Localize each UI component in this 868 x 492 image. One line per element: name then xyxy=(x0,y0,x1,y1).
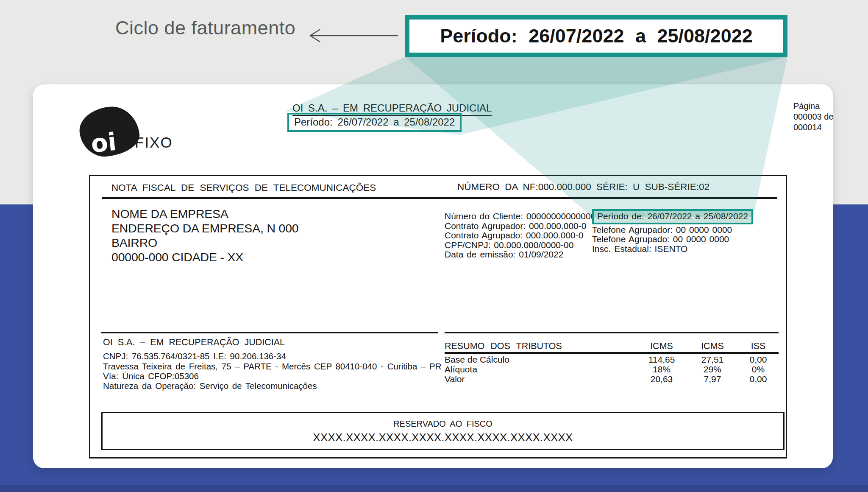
tax-row-label: Valor xyxy=(445,374,636,384)
details-left-column: Número do Cliente: 000000000000000 Contr… xyxy=(445,212,601,260)
details-right-column: Período de: 26/07/2022 a 25/08/2022 Tele… xyxy=(592,209,753,254)
tax-col-icms-1: ICMS xyxy=(636,341,687,352)
tax-header-divider xyxy=(445,352,779,354)
oi-logo-icon: oi xyxy=(77,104,141,159)
telefone-agrupador-line: Telefone Agrupador: 00 0000 0000 xyxy=(592,225,753,235)
tax-cell: 0,00 xyxy=(738,355,779,364)
telefone-agrupado-line: Telefone Agrupado: 00 0000 0000 xyxy=(592,235,753,244)
contract-agrupador-line: Contrato Agrupador: 000.000.000-0 xyxy=(445,221,601,231)
tax-col-icms-2: ICMS xyxy=(687,341,738,352)
page-label: Página xyxy=(793,101,834,112)
tax-cell: 114,65 xyxy=(636,355,687,364)
nf-title: NOTA FISCAL DE SERVIÇOS DE TELECOMUNICAÇ… xyxy=(111,182,376,193)
invoice-border-box: NOTA FISCAL DE SERVIÇOS DE TELECOMUNICAÇ… xyxy=(89,175,787,458)
emission-date-line: Data de emissão: 01/09/2022 xyxy=(445,250,601,260)
page-current: 000003 de xyxy=(793,112,834,122)
contract-agrupado-line: Contrato Agrupado: 000.000.000-0 xyxy=(445,231,601,240)
invoice-card: oi FIXO OI S.A. – EM RECUPERAÇÃO JUDICIA… xyxy=(33,84,833,468)
period-highlight-box: Período: 26/07/2022 a 25/08/2022 xyxy=(405,15,787,57)
tax-row-valor: Valor 20,63 7,97 0,00 xyxy=(445,374,779,384)
page-indicator: Página 000003 de 000014 xyxy=(793,101,834,133)
page-background: { "colors": { "accent_teal": "#15948b", … xyxy=(0,0,868,492)
client-number-line: Número do Cliente: 000000000000000 xyxy=(445,212,601,221)
period-de-highlight: Período de: 26/07/2022 a 25/08/2022 xyxy=(592,209,753,224)
issuer-naturezaoperacao-line: Natureza da Operação: Serviço de Telecom… xyxy=(103,381,442,391)
nf-divider-line xyxy=(102,197,777,199)
tax-summary-table: RESUMO DOS TRIBUTOS ICMS ICMS ISS Base d… xyxy=(445,341,779,384)
tax-row-label: Base de Cálculo xyxy=(445,355,636,364)
issuer-via-line: Vía: Única CFOP:05306 xyxy=(103,371,442,381)
insc-estadual-line: Insc. Estadual: ISENTO xyxy=(592,244,753,254)
issuer-cnpj-line: CNPJ: 76.535.764/0321-85 I.E: 90.206.136… xyxy=(103,351,442,361)
tax-cell: 7,97 xyxy=(687,374,738,384)
nf-series: SÉRIE: U SUB-SÉRIE:02 xyxy=(596,182,709,193)
tax-row-aliquota: Alíquota 18% 29% 0% xyxy=(445,364,779,374)
cpf-cnpj-line: CPF/CNPJ: 00.000.000/0000-00 xyxy=(445,240,601,250)
issuer-company-line: OI S.A. – EM RECUPERAÇÃO JUDICIAL xyxy=(103,338,442,347)
tax-row-base: Base de Cálculo 114,65 27,51 0,00 xyxy=(445,355,779,364)
customer-block: NOME DA EMPRESA ENDEREÇO DA EMPRESA, N 0… xyxy=(111,207,298,264)
tax-cell: 18% xyxy=(636,364,687,374)
tax-cell: 20,63 xyxy=(636,374,687,384)
issuer-address-line: Travessa Teixeira de Freitas, 75 – PARTE… xyxy=(103,361,442,371)
tax-cell: 29% xyxy=(687,364,738,374)
issuer-block: OI S.A. – EM RECUPERAÇÃO JUDICIAL CNPJ: … xyxy=(103,338,442,391)
nf-number: NÚMERO DA NF:000.000.000 xyxy=(457,182,591,193)
tax-table-header: RESUMO DOS TRIBUTOS ICMS ICMS ISS xyxy=(445,341,779,352)
period-highlight-text: Período: 26/07/2022 a 25/08/2022 xyxy=(440,25,752,47)
fisco-code: XXXX.XXXX.XXXX.XXXX.XXXX.XXXX.XXXX.XXXX xyxy=(103,431,783,444)
customer-address: ENDEREÇO DA EMPRESA, N 000 xyxy=(111,221,298,235)
billing-cycle-title: Ciclo de faturamento xyxy=(115,17,295,39)
tax-table-title: RESUMO DOS TRIBUTOS xyxy=(445,341,636,352)
tax-row-label: Alíquota xyxy=(445,364,636,374)
fisco-title: RESERVADO AO FISCO xyxy=(103,419,783,429)
header-period-box: Período: 26/07/2022 a 25/08/2022 xyxy=(287,113,462,132)
issuer-divider-left xyxy=(101,332,438,333)
customer-district: BAIRRO xyxy=(111,235,298,250)
blue-band-bottom-strip xyxy=(0,485,868,492)
customer-name: NOME DA EMPRESA xyxy=(111,207,298,221)
oi-logo-text: oi xyxy=(90,129,117,157)
tax-col-iss: ISS xyxy=(738,341,779,352)
brand-product-label: FIXO xyxy=(135,134,173,151)
fisco-box: RESERVADO AO FISCO XXXX.XXXX.XXXX.XXXX.X… xyxy=(101,412,785,450)
customer-city: 00000-000 CIDADE - XX xyxy=(111,250,298,264)
tax-divider-top xyxy=(445,332,779,333)
tax-cell: 0,00 xyxy=(738,374,779,384)
left-arrow-icon xyxy=(308,26,400,45)
page-total: 000014 xyxy=(793,122,834,133)
tax-cell: 0% xyxy=(738,364,779,374)
tax-cell: 27,51 xyxy=(687,355,738,364)
